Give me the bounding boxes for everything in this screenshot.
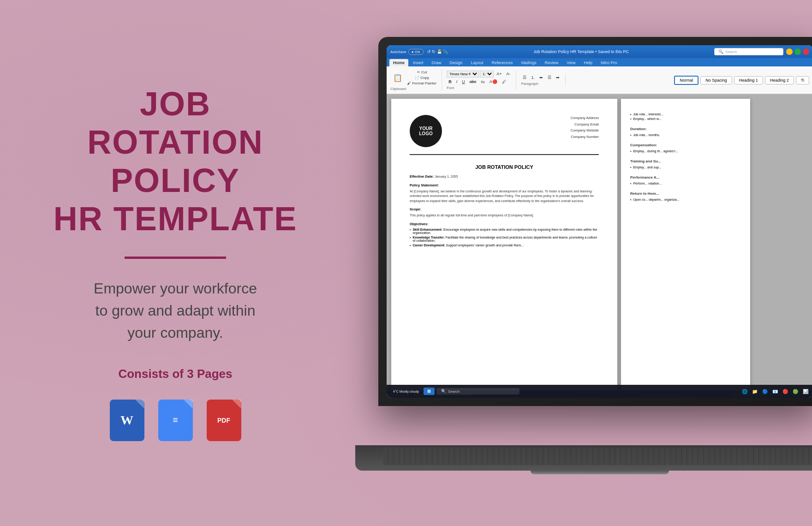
title-line3: HR TEMPLATE (54, 200, 298, 237)
bold-button[interactable]: B (447, 78, 454, 85)
tab-insert[interactable]: Insert (409, 59, 427, 66)
font-family-select[interactable]: Times New Roma... (447, 71, 479, 78)
tab-review[interactable]: Review (541, 59, 562, 66)
taskbar-icon-2[interactable]: 📁 (751, 388, 758, 395)
tab-draw[interactable]: Draw (428, 59, 445, 66)
font-group: Times New Roma... 11 A+ A- B I U (447, 71, 516, 90)
company-address: Company Address (571, 115, 599, 121)
word-window: AutoSave ● ON ↺ ↻ 💾 📎 Job Rotation Polic… (387, 45, 812, 398)
policy-statement-section: Policy Statement: At [Company Name], we … (410, 183, 599, 204)
font-color-button[interactable]: A🔴 (488, 78, 499, 85)
taskbar-icon-3[interactable]: 🔵 (761, 388, 769, 395)
align-left[interactable]: ⬅ (537, 74, 545, 81)
keyboard (383, 448, 812, 465)
return-label: Return to Hom... (630, 191, 741, 196)
clipboard-buttons: 📋 ✂ Cut 📄 Copy 🖌 Format Painter (390, 70, 438, 86)
compensation-label: Compensation: (630, 143, 741, 147)
compensation-section: Compensation: • Employ... during th... a… (630, 143, 741, 153)
subtitle: Empower your workforceto grow and adapt … (94, 277, 257, 344)
logo-text-line1: YOUR (419, 126, 433, 131)
objectives-label: Objectives: (410, 222, 599, 226)
performance-bullet: • Perform... rotation... (630, 182, 741, 185)
paragraph-group: ☰ 1. ⬅ ☰ ➡ Paragraph (521, 74, 566, 86)
ribbon: Home Insert Draw Design Layout Reference… (387, 58, 812, 66)
duration-section: Duration: • Job rota... months. (630, 127, 741, 137)
strikethrough-button[interactable]: abc (468, 78, 478, 85)
highlight-button[interactable]: 🖊 (500, 78, 508, 85)
company-logo: YOUR LOGO (410, 115, 442, 147)
scope-section: Scope: This policy applies to all regula… (410, 207, 599, 218)
align-center[interactable]: ☰ (546, 74, 553, 81)
training-section: Training and Su... • Employ... and sup..… (630, 159, 741, 169)
word-icon[interactable]: W (110, 400, 144, 441)
ribbon-tabs: Home Insert Draw Design Layout Reference… (389, 59, 810, 66)
training-bullet: • Employ... and sup... (630, 166, 741, 169)
style-heading2[interactable]: Heading 2 (765, 76, 794, 84)
start-button[interactable]: ⊞ (424, 388, 435, 395)
title-search[interactable]: 🔍 Search (714, 48, 783, 55)
tab-layout[interactable]: Layout (467, 59, 487, 66)
return-bullet: • Upon co... departm... organiza... (630, 198, 741, 201)
bullets-button[interactable]: ☰ (521, 74, 528, 81)
font-size-select[interactable]: 11 (480, 71, 494, 78)
doc-main-title: JOB ROTATION POLICY (410, 164, 599, 170)
format-painter[interactable]: 🖌 Format Painter (406, 81, 438, 86)
temperature: 4°C Mostly cloudy (393, 390, 419, 393)
docs-icon[interactable]: ≡ (158, 400, 193, 441)
taskbar-icon-4[interactable]: 📧 (771, 388, 779, 395)
copy-button[interactable]: 📄 Copy (406, 75, 438, 80)
underline-button[interactable]: U (460, 78, 467, 85)
pdf-icon[interactable]: PDF (207, 400, 241, 441)
objectives-section: Objectives: • Skill Enhancement: Encoura… (410, 222, 599, 247)
paste-button[interactable]: 📋 (390, 72, 405, 84)
tab-mailings[interactable]: Mailings (518, 59, 540, 66)
maximize-button[interactable] (794, 48, 801, 55)
divider (125, 257, 226, 259)
objective-2: • Knowledge Transfer: Facilitate the sha… (410, 236, 599, 242)
document-page-right: • Job rota... interests... • Employ... w… (621, 99, 750, 390)
performance-section: Performance A... • Perform... rotation..… (630, 175, 741, 185)
italic-button[interactable]: I (454, 78, 460, 85)
cut-button[interactable]: ✂ Cut (406, 70, 438, 75)
weather-info: 4°C Mostly cloudy (390, 389, 422, 394)
font-shrink[interactable]: A- (504, 71, 512, 77)
minimize-button[interactable] (786, 48, 793, 55)
laptop-base (355, 445, 812, 471)
taskbar-search[interactable]: 🔍 Search (436, 388, 519, 394)
title-line2: ROTATION POLICY (87, 124, 263, 199)
tab-design[interactable]: Design (446, 59, 466, 66)
taskbar-icon-5[interactable]: 🔴 (782, 388, 789, 395)
duration-label: Duration: (630, 127, 741, 131)
tab-view[interactable]: View (563, 59, 579, 66)
tab-nitro[interactable]: Nitro Pro (597, 59, 621, 66)
styles-area: Normal No Spacing Heading 1 Heading 2 Ti (674, 76, 809, 85)
effective-date-section: Effective Date: January 1, 2055 (410, 174, 599, 179)
taskbar-search-text: Search (448, 389, 460, 394)
compensation-bullet: • Employ... during th... agreed t... (630, 149, 741, 153)
taskbar-icon-1[interactable]: 🌐 (741, 388, 748, 395)
subscript-button[interactable]: x₂ (479, 78, 487, 85)
return-section: Return to Hom... • Upon co... departm...… (630, 191, 741, 201)
policy-statement-label: Policy Statement: (410, 183, 599, 187)
style-normal[interactable]: Normal (674, 76, 699, 85)
taskbar-icon-6[interactable]: 🟢 (792, 388, 799, 395)
tab-home[interactable]: Home (389, 59, 408, 66)
toolbar-icons: ↺ ↻ 💾 📎 (427, 49, 448, 54)
scope-text: This policy applies to all regular full-… (410, 213, 599, 218)
align-right[interactable]: ➡ (554, 74, 561, 81)
search-placeholder: Search (725, 50, 737, 54)
style-heading1[interactable]: Heading 1 (734, 76, 763, 84)
laptop: AutoSave ● ON ↺ ↻ 💾 📎 Job Rotation Polic… (355, 37, 812, 489)
font-grow[interactable]: A+ (495, 71, 503, 77)
numbering-button[interactable]: 1. (529, 74, 537, 81)
autosave-toggle[interactable]: ● ON (408, 49, 424, 55)
tab-references[interactable]: References (488, 59, 517, 66)
taskbar-icon-7[interactable]: 📊 (802, 388, 809, 395)
style-no-spacing[interactable]: No Spacing (700, 76, 732, 84)
policy-statement-text: At [Company Name], we believe in the con… (410, 189, 599, 204)
style-ti[interactable]: Ti (796, 76, 809, 84)
tab-help[interactable]: Help (580, 59, 597, 66)
scope-label: Scope: (410, 207, 599, 211)
left-panel: JOB ROTATION POLICY HR TEMPLATE Empower … (0, 0, 351, 526)
close-button[interactable] (803, 48, 809, 55)
